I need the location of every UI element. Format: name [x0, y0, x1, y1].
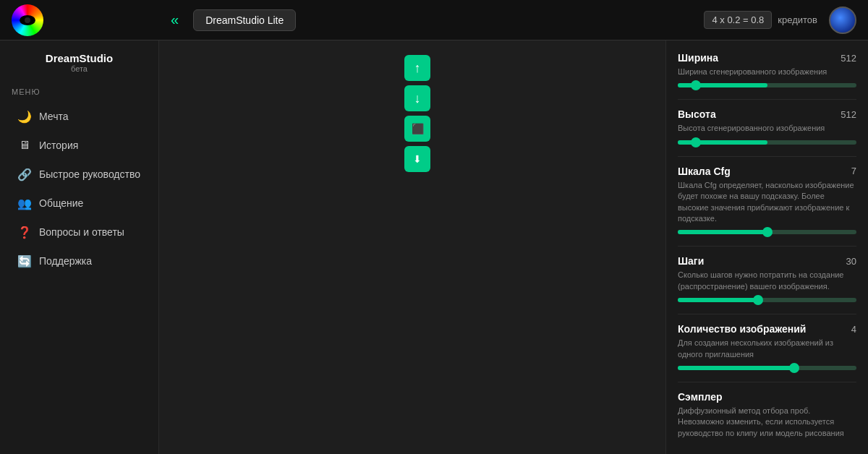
- count-value: 4: [851, 324, 856, 335]
- eye-icon: [20, 15, 35, 25]
- sidebar-brand: DreamStudio бета: [0, 52, 158, 73]
- credits-formula: 4 x 0.2 = 0.8: [704, 11, 772, 29]
- sidebar-item-label: Быстрое руководство: [39, 168, 140, 180]
- brand-name: DreamStudio: [12, 52, 147, 64]
- divider-3: [678, 246, 856, 247]
- height-slider[interactable]: [678, 140, 856, 145]
- sampler-label: Сэмплер: [678, 391, 723, 403]
- width-value: 512: [841, 53, 856, 64]
- credits-area: 4 x 0.2 = 0.8 кредитов: [704, 11, 817, 29]
- sidebar-item-label: История: [39, 140, 78, 151]
- width-desc: Ширина сгенерированного изображения: [678, 67, 856, 77]
- setting-width: Ширина 512 Ширина сгенерированного изобр…: [678, 52, 856, 87]
- faq-icon: ❓: [17, 225, 32, 239]
- setting-count: Количество изображений 4 Для создания не…: [678, 323, 856, 370]
- setting-height: Высота 512 Высота сгенерированного изобр…: [678, 108, 856, 144]
- divider-2: [678, 156, 856, 157]
- count-desc: Для создания нескольких изображений из о…: [678, 338, 856, 360]
- sidebar-item-label: Вопросы и ответы: [39, 226, 124, 238]
- logo-icon: [12, 4, 43, 36]
- logo-area: [12, 4, 171, 36]
- right-panel: Ширина 512 Ширина сгенерированного изобр…: [665, 40, 868, 454]
- height-desc: Высота сгенерированного изображения: [678, 123, 856, 134]
- cfg-fill: [678, 230, 767, 234]
- count-label: Количество изображений: [678, 323, 806, 335]
- community-icon: 👥: [17, 196, 32, 210]
- height-label: Высота: [678, 108, 716, 120]
- setting-cfg-header: Шкала Cfg 7: [678, 166, 856, 177]
- download-button[interactable]: ↓: [404, 85, 430, 111]
- steps-desc: Сколько шагов нужно потратить на создани…: [678, 270, 856, 292]
- setting-sampler-header: Сэмплер: [678, 391, 856, 403]
- height-value: 512: [841, 109, 856, 120]
- back-button[interactable]: «: [171, 12, 179, 28]
- steps-thumb[interactable]: [753, 295, 763, 305]
- support-icon: 🔄: [17, 254, 32, 268]
- setting-width-header: Ширина 512: [678, 52, 856, 64]
- setting-steps: Шаги 30 Сколько шагов нужно потратить на…: [678, 255, 856, 302]
- divider-5: [678, 382, 856, 382]
- brand-sub: бета: [12, 64, 147, 73]
- sidebar-item-label: Общение: [39, 197, 83, 209]
- sidebar-item-history[interactable]: 🖥 История: [6, 131, 153, 160]
- sidebar-item-guide[interactable]: 🔗 Быстрое руководство: [6, 160, 153, 189]
- sidebar: DreamStudio бета МЕНЮ 🌙 Мечта 🖥 История …: [0, 40, 159, 454]
- cfg-thumb[interactable]: [762, 227, 773, 237]
- record-button[interactable]: ⬛: [404, 116, 430, 142]
- sidebar-item-faq[interactable]: ❓ Вопросы и ответы: [6, 218, 153, 247]
- export-button[interactable]: ↑: [404, 55, 430, 81]
- count-thumb[interactable]: [789, 363, 799, 373]
- guide-icon: 🔗: [17, 167, 32, 181]
- app-title-button[interactable]: DreamStudio Lite: [193, 9, 296, 31]
- setting-cfg: Шкала Cfg 7 Шкала Cfg определяет, наскол…: [678, 166, 856, 235]
- setting-count-header: Количество изображений 4: [678, 323, 856, 335]
- menu-section-label: МЕНЮ: [0, 87, 158, 96]
- setting-steps-header: Шаги 30: [678, 255, 856, 267]
- sampler-desc: Диффузионный метод отбора проб. Невозмож…: [678, 406, 856, 439]
- dream-icon: 🌙: [17, 109, 32, 124]
- share-button[interactable]: ⬇: [404, 146, 430, 172]
- steps-value: 30: [846, 256, 856, 267]
- count-fill: [678, 366, 794, 370]
- divider-4: [678, 314, 856, 314]
- history-icon: 🖥: [17, 138, 32, 153]
- height-thumb[interactable]: [691, 137, 701, 147]
- divider-1: [678, 99, 856, 100]
- width-label: Ширина: [678, 52, 718, 64]
- width-slider[interactable]: [678, 83, 856, 87]
- cfg-value: 7: [851, 166, 856, 176]
- sidebar-item-label: Мечта: [39, 111, 68, 122]
- image-grid: [394, 52, 400, 442]
- sidebar-item-community[interactable]: 👥 Общение: [6, 189, 153, 218]
- cfg-label: Шкала Cfg: [678, 166, 731, 177]
- credits-label: кредитов: [778, 14, 817, 25]
- content-with-actions: ↑ ↓ ⬛ ⬇: [394, 52, 430, 442]
- content-area: ↑ ↓ ⬛ ⬇: [159, 40, 665, 454]
- setting-sampler: Сэмплер Диффузионный метод отбора проб. …: [678, 391, 856, 439]
- main-layout: DreamStudio бета МЕНЮ 🌙 Мечта 🖥 История …: [0, 40, 868, 454]
- steps-fill: [678, 298, 758, 302]
- steps-label: Шаги: [678, 255, 704, 267]
- steps-slider[interactable]: [678, 298, 856, 302]
- setting-height-header: Высота 512: [678, 108, 856, 120]
- action-column: ↑ ↓ ⬛ ⬇: [404, 52, 430, 442]
- cfg-slider[interactable]: [678, 230, 856, 234]
- header: « DreamStudio Lite 4 x 0.2 = 0.8 кредито…: [0, 0, 868, 40]
- count-slider[interactable]: [678, 366, 856, 370]
- cfg-desc: Шкала Cfg определяет, насколько изображе…: [678, 180, 856, 225]
- sidebar-item-label: Поддержка: [39, 255, 92, 267]
- avatar[interactable]: [829, 7, 856, 34]
- width-thumb[interactable]: [691, 80, 701, 90]
- sidebar-item-dream[interactable]: 🌙 Мечта: [6, 102, 153, 131]
- sidebar-item-support[interactable]: 🔄 Поддержка: [6, 247, 153, 275]
